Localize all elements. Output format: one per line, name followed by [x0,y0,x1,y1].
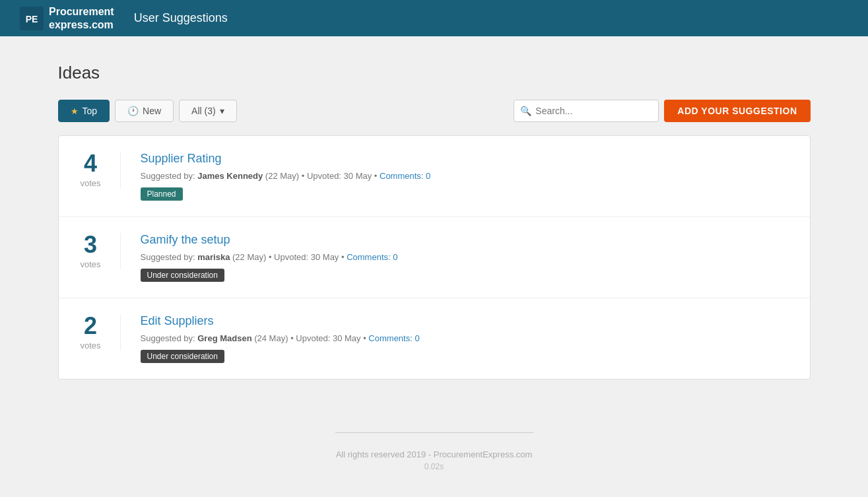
vote-label: votes [75,341,107,350]
idea-content: Gamify the setup Suggested by: mariska (… [134,233,794,282]
ideas-list: 4 votes Supplier Rating Suggested by: Ja… [58,135,811,380]
footer-divider [335,432,533,433]
vote-number: 3 [75,233,107,257]
idea-author: mariska [197,252,230,262]
idea-badge: Under consideration [141,269,224,282]
vote-label: votes [75,259,107,269]
logo: PE Procurement express.com [20,5,114,30]
idea-upvoted: Upvoted: 30 May [307,171,372,181]
logo-text: Procurement express.com [49,5,114,30]
idea-title[interactable]: Edit Suppliers [141,314,794,328]
idea-date: (22 May) [232,252,266,262]
app-header: PE Procurement express.com User Suggesti… [0,0,868,36]
clock-icon: 🕐 [127,106,139,116]
idea-comments-link[interactable]: Comments: 0 [368,333,419,343]
vote-count: 2 votes [75,314,121,350]
vote-count: 4 votes [75,152,121,188]
idea-author: James Kennedy [197,171,263,181]
idea-item: 2 votes Edit Suppliers Suggested by: Gre… [59,298,810,379]
vote-number: 2 [75,314,107,338]
idea-date: (22 May) [265,171,299,181]
add-suggestion-button[interactable]: ADD YOUR SUGGESTION [664,100,810,122]
footer-time: 0.02s [0,462,868,471]
idea-upvoted: Upvoted: 30 May [296,333,360,343]
filter-new-button[interactable]: 🕐 New [115,100,174,122]
main-content: Ideas ★ Top 🕐 New All (3) ▾ 🔍 ADD YOUR S… [38,36,830,406]
idea-date: (24 May) [254,333,288,343]
idea-title[interactable]: Gamify the setup [141,233,794,247]
svg-text:PE: PE [26,14,38,24]
idea-upvoted: Upvoted: 30 May [274,252,339,262]
idea-meta: Suggested by: Greg Madsen (24 May) • Upv… [141,333,794,343]
search-icon: 🔍 [520,106,531,116]
filter-bar: ★ Top 🕐 New All (3) ▾ 🔍 ADD YOUR SUGGEST… [58,100,811,122]
search-input[interactable] [514,100,659,122]
search-container: 🔍 [514,100,659,122]
logo-icon: PE [20,7,44,30]
header-title: User Suggestions [134,11,228,25]
vote-number: 4 [75,152,107,176]
idea-comments-link[interactable]: Comments: 0 [347,252,397,262]
vote-label: votes [75,178,107,188]
footer: All rights reserved 2019 - ProcurementEx… [0,432,868,491]
idea-content: Edit Suppliers Suggested by: Greg Madsen… [134,314,794,363]
idea-comments-link[interactable]: Comments: 0 [380,171,430,181]
idea-meta: Suggested by: James Kennedy (22 May) • U… [141,171,794,181]
star-icon: ★ [71,106,79,116]
filter-all-button[interactable]: All (3) ▾ [179,100,237,122]
idea-content: Supplier Rating Suggested by: James Kenn… [134,152,794,201]
page-title: Ideas [58,63,811,83]
idea-meta: Suggested by: mariska (22 May) • Upvoted… [141,252,794,262]
filter-top-button[interactable]: ★ Top [58,100,110,122]
idea-item: 3 votes Gamify the setup Suggested by: m… [59,217,810,298]
idea-badge: Planned [141,187,183,201]
idea-badge: Under consideration [141,350,224,363]
footer-copyright: All rights reserved 2019 - ProcurementEx… [0,449,868,459]
idea-author: Greg Madsen [197,333,251,343]
idea-item: 4 votes Supplier Rating Suggested by: Ja… [59,136,810,217]
vote-count: 3 votes [75,233,121,269]
idea-title[interactable]: Supplier Rating [141,152,794,166]
chevron-down-icon: ▾ [220,106,224,116]
